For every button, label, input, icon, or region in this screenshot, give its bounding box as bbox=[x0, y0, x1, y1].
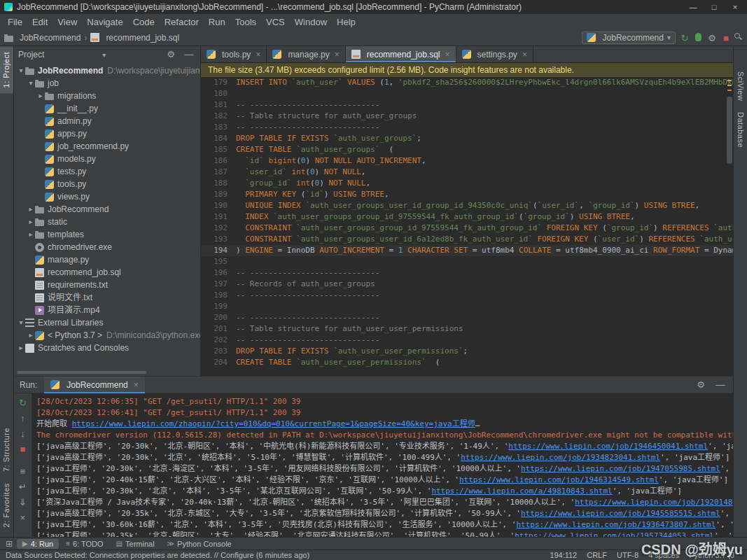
code-line[interactable]: 195 bbox=[201, 256, 733, 267]
tool-window-button[interactable]: ▶4: Run bbox=[17, 539, 59, 549]
expand-arrow-icon[interactable]: ▸ bbox=[27, 329, 35, 342]
tree-item[interactable]: apps.py bbox=[14, 127, 200, 140]
tree-item[interactable]: admin.py bbox=[14, 115, 200, 127]
code-line[interactable]: 188 `group_id` int(0) NOT NULL, bbox=[201, 178, 733, 189]
tree-item[interactable]: 说明文件.txt bbox=[14, 291, 200, 304]
hide-icon[interactable]: — bbox=[713, 379, 727, 391]
close-button[interactable]: × bbox=[725, 3, 746, 11]
status-item[interactable]: 194:112 bbox=[550, 551, 577, 559]
code-line[interactable]: 189 PRIMARY KEY (`id`) USING BTREE, bbox=[201, 189, 733, 200]
settings-icon[interactable]: ⚙ bbox=[705, 32, 719, 45]
project-panel-title[interactable]: Project bbox=[18, 50, 44, 59]
menu-edit[interactable]: Edit bbox=[27, 15, 53, 29]
editor-scrollbar[interactable] bbox=[726, 77, 733, 376]
menu-icon[interactable]: ≡ bbox=[16, 465, 30, 478]
menu-navigate[interactable]: Navigate bbox=[82, 15, 127, 29]
console-link[interactable]: https://www.liepin.com/job/1947055985.sh… bbox=[521, 464, 720, 473]
debug-icon[interactable] bbox=[695, 33, 701, 41]
console-link[interactable]: https://www.liepin.com/job/1945585515.sh… bbox=[521, 509, 720, 518]
code-line[interactable]: 179INSERT INTO `auth_user` VALUES (1, 'p… bbox=[201, 77, 733, 88]
expand-arrow-icon[interactable]: ▸ bbox=[27, 203, 35, 216]
close-icon[interactable]: × bbox=[335, 50, 340, 59]
console-link[interactable]: https://www.liepin.com/job/1920148695.sh… bbox=[575, 498, 733, 507]
editor-tab[interactable]: manage.py× bbox=[267, 46, 345, 62]
tree-item[interactable]: ▾JobRecommendD:\workspace\jiuyetuijianxi… bbox=[14, 64, 200, 77]
code-line[interactable]: 184DROP TABLE IF EXISTS `auth_user_group… bbox=[201, 133, 733, 144]
tree-item[interactable]: ▸templates bbox=[14, 228, 200, 241]
tree-item[interactable]: manage.py bbox=[14, 253, 200, 266]
console-link[interactable]: https://www.liepin.com/job/1934823041.sh… bbox=[461, 453, 660, 462]
code-editor[interactable]: 179INSERT INTO `auth_user` VALUES (1, 'p… bbox=[201, 77, 733, 376]
tool-window-button[interactable]: ≡6: TODO bbox=[60, 539, 109, 549]
tool-window-button[interactable]: ▤Terminal bbox=[111, 539, 160, 549]
code-line[interactable]: 191 INDEX `auth_user_groups_group_id_975… bbox=[201, 211, 733, 223]
close-icon[interactable]: × bbox=[445, 50, 449, 59]
code-line[interactable]: 199 bbox=[201, 301, 733, 312]
expand-arrow-icon[interactable]: ▸ bbox=[36, 90, 45, 102]
editor-tab[interactable]: settings.py× bbox=[456, 46, 533, 62]
hide-icon[interactable]: — bbox=[182, 48, 196, 61]
stop-icon[interactable]: ■ bbox=[16, 443, 30, 456]
console-output[interactable]: [28/Oct/2023 12:06:35] "GET /get_psutil/… bbox=[32, 393, 733, 537]
collapse-arrow-icon[interactable]: ▾ bbox=[17, 64, 25, 77]
menu-view[interactable]: View bbox=[53, 15, 82, 29]
tree-item[interactable]: job_recommend.py bbox=[14, 140, 200, 153]
code-line[interactable]: 190 UNIQUE INDEX `auth_user_groups_user_… bbox=[201, 200, 733, 211]
stop-icon[interactable]: ■ bbox=[719, 32, 733, 45]
breadcrumb-item[interactable]: recommend_job.sql bbox=[90, 33, 179, 43]
code-line[interactable]: 192 CONSTRAINT `auth_user_groups_group_i… bbox=[201, 223, 733, 234]
menu-file[interactable]: File bbox=[3, 15, 27, 29]
tree-item[interactable]: requirements.txt bbox=[14, 279, 200, 291]
tool-window-button[interactable]: ≫Python Console bbox=[162, 539, 237, 549]
code-line[interactable]: 194) ENGINE = InnoDB AUTO_INCREMENT = 1 … bbox=[201, 245, 733, 256]
status-item[interactable]: 4 spaces bbox=[648, 551, 679, 559]
tool-stripe-button[interactable]: 1: Project bbox=[0, 46, 13, 93]
tree-item[interactable]: ▸Scratches and Consoles bbox=[14, 342, 200, 354]
console-link[interactable]: https://www.liepin.com/job/1957344053.sh… bbox=[515, 531, 714, 537]
tree-item[interactable]: ▸JobRecommend bbox=[14, 203, 200, 216]
tree-item[interactable]: models.py bbox=[14, 153, 200, 165]
collapse-arrow-icon[interactable]: ▾ bbox=[27, 77, 35, 90]
code-line[interactable]: 201-- Table structure for auth_user_user… bbox=[201, 323, 733, 335]
close-icon[interactable]: × bbox=[256, 50, 260, 59]
horizontal-scrollbar[interactable] bbox=[17, 371, 146, 374]
settings-icon[interactable]: ⚙ bbox=[694, 379, 708, 391]
menu-tools[interactable]: Tools bbox=[230, 15, 261, 29]
code-line[interactable]: 180 bbox=[201, 88, 733, 99]
rerun-icon[interactable]: ↻ bbox=[16, 397, 30, 410]
search-icon[interactable] bbox=[733, 31, 743, 41]
console-link[interactable]: https://www.liepin.com/a/49810843.shtml bbox=[431, 486, 612, 496]
menu-code[interactable]: Code bbox=[128, 15, 160, 29]
console-link[interactable]: https://www.liepin.com/job/1946314549.sh… bbox=[459, 475, 659, 484]
run-configuration-select[interactable]: JobRecommend ▾ bbox=[582, 31, 676, 44]
down-icon[interactable]: ↓ bbox=[16, 428, 30, 440]
tool-windows-icon[interactable]: ⊞ bbox=[3, 539, 15, 549]
editor-tab[interactable]: tools.py× bbox=[201, 46, 267, 62]
code-line[interactable]: 183-- ---------------------------- bbox=[201, 122, 733, 133]
tool-stripe-button[interactable]: 2: Favorites bbox=[0, 477, 13, 533]
tree-item[interactable]: ▾External Libraries bbox=[14, 316, 200, 329]
code-line[interactable]: 200-- ---------------------------- bbox=[201, 312, 733, 323]
maximize-button[interactable]: □ bbox=[704, 3, 725, 11]
softwrap-icon[interactable]: ↵ bbox=[16, 481, 30, 493]
tree-item[interactable]: tests.py bbox=[14, 165, 200, 178]
close-icon[interactable]: × bbox=[134, 380, 139, 390]
tree-item[interactable]: ▸migrations bbox=[14, 90, 200, 102]
console-link[interactable]: https://www.liepin.com/job/1946450041.sh… bbox=[508, 442, 708, 451]
tool-stripe-button[interactable]: Database bbox=[734, 106, 747, 153]
scroll-end-icon[interactable]: ⇓ bbox=[16, 496, 30, 509]
status-message[interactable]: Data Sources Detected: Connection proper… bbox=[6, 551, 550, 559]
code-line[interactable]: 203DROP TABLE IF EXISTS `auth_user_user_… bbox=[201, 346, 733, 357]
breadcrumb-item[interactable]: JobRecommend bbox=[4, 33, 81, 43]
code-line[interactable]: 198-- ---------------------------- bbox=[201, 290, 733, 301]
scrollbar-thumb[interactable] bbox=[727, 97, 732, 164]
up-icon[interactable]: ↑ bbox=[16, 412, 30, 425]
settings-icon[interactable]: ⚙ bbox=[164, 48, 178, 61]
expand-arrow-icon[interactable]: ▸ bbox=[17, 342, 25, 354]
clear-icon[interactable]: × bbox=[16, 512, 30, 524]
rerun-icon[interactable]: ↻ bbox=[678, 32, 692, 45]
code-line[interactable]: 185CREATE TABLE `auth_user_groups` ( bbox=[201, 144, 733, 155]
expand-arrow-icon[interactable]: ▸ bbox=[27, 228, 35, 241]
code-line[interactable]: 181-- ---------------------------- bbox=[201, 99, 733, 111]
code-line[interactable]: 204CREATE TABLE `auth_user_user_permissi… bbox=[201, 357, 733, 368]
